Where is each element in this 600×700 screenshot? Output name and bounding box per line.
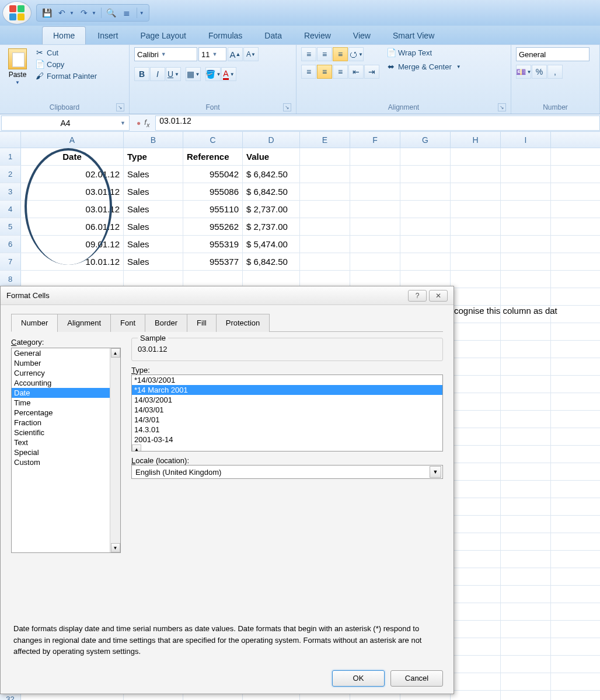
cell[interactable]: 955262 bbox=[183, 218, 243, 235]
cell[interactable] bbox=[501, 183, 551, 200]
cell[interactable] bbox=[501, 218, 551, 235]
cell[interactable] bbox=[300, 253, 350, 270]
cell[interactable]: $ 2,737.00 bbox=[243, 201, 300, 218]
cancel-button[interactable]: Cancel bbox=[390, 670, 443, 687]
cell[interactable]: Sales bbox=[124, 166, 183, 183]
cell[interactable] bbox=[400, 218, 451, 235]
tab-insert[interactable]: Insert bbox=[87, 27, 128, 44]
type-item[interactable]: 14.3.01 bbox=[132, 425, 442, 435]
cell[interactable]: Type bbox=[124, 148, 183, 165]
cell[interactable] bbox=[350, 218, 400, 235]
cell[interactable] bbox=[501, 358, 551, 375]
scrollbar[interactable]: ▲ ▼ bbox=[132, 444, 442, 452]
tab-smart-view[interactable]: Smart View bbox=[382, 27, 445, 44]
borders-button[interactable]: ▦▼ bbox=[186, 67, 201, 81]
cell[interactable] bbox=[183, 271, 243, 288]
scroll-up-icon[interactable]: ▲ bbox=[111, 348, 120, 358]
cell[interactable]: Sales bbox=[124, 218, 183, 235]
cell[interactable] bbox=[451, 463, 501, 480]
bold-button[interactable]: B bbox=[134, 67, 149, 81]
cell[interactable] bbox=[451, 638, 501, 655]
scroll-down-icon[interactable]: ▼ bbox=[111, 543, 120, 552]
tab-page-layout[interactable]: Page Layout bbox=[130, 27, 197, 44]
dialog-tab-font[interactable]: Font bbox=[110, 314, 145, 332]
cell[interactable] bbox=[350, 148, 400, 165]
cell[interactable] bbox=[300, 218, 350, 235]
cell[interactable] bbox=[501, 691, 551, 700]
align-bottom-button[interactable]: ≡ bbox=[333, 47, 348, 61]
tab-home[interactable]: Home bbox=[42, 26, 86, 44]
type-item[interactable]: *14/03/2001 bbox=[132, 375, 442, 385]
category-item[interactable]: Time bbox=[12, 398, 120, 408]
row-header[interactable]: 1 bbox=[0, 148, 21, 165]
redo-drop-icon[interactable]: ▼ bbox=[92, 10, 96, 16]
cell[interactable] bbox=[501, 481, 551, 498]
wrap-text-button[interactable]: 📄Wrap Text bbox=[385, 47, 462, 58]
cell[interactable] bbox=[501, 148, 551, 165]
cell[interactable] bbox=[501, 568, 551, 585]
type-item[interactable]: 14/3/01 bbox=[132, 415, 442, 425]
clipboard-launcher-icon[interactable]: ↘ bbox=[116, 103, 124, 111]
cell[interactable]: 02.01.12 bbox=[21, 166, 124, 183]
align-middle-button[interactable]: ≡ bbox=[317, 47, 332, 61]
cell[interactable] bbox=[124, 271, 183, 288]
col-header[interactable]: F bbox=[350, 132, 400, 148]
category-item[interactable]: Number bbox=[12, 358, 120, 368]
cell[interactable] bbox=[451, 551, 501, 568]
category-item[interactable]: Accounting bbox=[12, 378, 120, 388]
cell[interactable] bbox=[501, 323, 551, 340]
cell[interactable] bbox=[451, 428, 501, 445]
cell[interactable] bbox=[501, 411, 551, 428]
name-box[interactable]: A4▼ bbox=[1, 116, 130, 131]
row-header[interactable]: 8 bbox=[0, 271, 21, 288]
align-top-button[interactable]: ≡ bbox=[301, 47, 316, 61]
cell[interactable] bbox=[300, 148, 350, 165]
format-painter-button[interactable]: 🖌Format Painter bbox=[34, 71, 98, 81]
increase-indent-button[interactable]: ⇥ bbox=[364, 65, 379, 79]
row-header[interactable]: 4 bbox=[0, 201, 21, 218]
cell[interactable]: $ 6,842.50 bbox=[243, 166, 300, 183]
dialog-close-button[interactable]: ✕ bbox=[429, 290, 448, 302]
cell[interactable] bbox=[501, 236, 551, 253]
formula-input[interactable]: 03.01.12 bbox=[155, 116, 600, 131]
decrease-indent-button[interactable]: ⇤ bbox=[348, 65, 364, 79]
cell[interactable] bbox=[501, 446, 551, 463]
cell[interactable] bbox=[300, 236, 350, 253]
cell[interactable] bbox=[501, 551, 551, 568]
cell[interactable] bbox=[501, 533, 551, 550]
cell[interactable]: $ 6,842.50 bbox=[243, 183, 300, 200]
cell[interactable] bbox=[501, 393, 551, 410]
category-item[interactable]: Date bbox=[12, 388, 120, 398]
cell[interactable] bbox=[451, 446, 501, 463]
cell[interactable] bbox=[400, 236, 451, 253]
orientation-button[interactable]: ⭯▼ bbox=[348, 47, 364, 61]
row-header[interactable]: 3 bbox=[0, 183, 21, 200]
cell[interactable] bbox=[501, 586, 551, 603]
category-item[interactable]: Special bbox=[12, 447, 120, 457]
type-listbox[interactable]: *14/03/2001*14 March 200114/03/200114/03… bbox=[131, 374, 443, 452]
cell[interactable] bbox=[451, 183, 501, 200]
cell[interactable] bbox=[451, 166, 501, 183]
cell[interactable] bbox=[243, 271, 300, 288]
dialog-help-button[interactable]: ? bbox=[408, 290, 427, 302]
cell[interactable]: Sales bbox=[124, 253, 183, 270]
cell[interactable]: $ 5,474.00 bbox=[243, 236, 300, 253]
category-item[interactable]: Currency bbox=[12, 368, 120, 378]
col-header[interactable]: I bbox=[501, 132, 551, 148]
cell[interactable]: Sales bbox=[124, 183, 183, 200]
dialog-titlebar[interactable]: Format Cells ? ✕ bbox=[1, 286, 454, 305]
cancel-fx-icon[interactable]: ● bbox=[137, 119, 141, 127]
cell[interactable] bbox=[501, 201, 551, 218]
cell[interactable] bbox=[501, 463, 551, 480]
cell[interactable] bbox=[400, 253, 451, 270]
cell[interactable] bbox=[451, 533, 501, 550]
copy-button[interactable]: 📄Copy bbox=[34, 59, 98, 69]
category-item[interactable]: General bbox=[12, 348, 120, 358]
cell[interactable] bbox=[501, 428, 551, 445]
cell[interactable]: Sales bbox=[124, 236, 183, 253]
category-item[interactable]: Fraction bbox=[12, 418, 120, 428]
cell[interactable] bbox=[451, 411, 501, 428]
type-item[interactable]: 14/03/2001 bbox=[132, 395, 442, 405]
print-preview-icon[interactable]: 🔍 bbox=[106, 8, 117, 18]
cell[interactable] bbox=[451, 323, 501, 340]
